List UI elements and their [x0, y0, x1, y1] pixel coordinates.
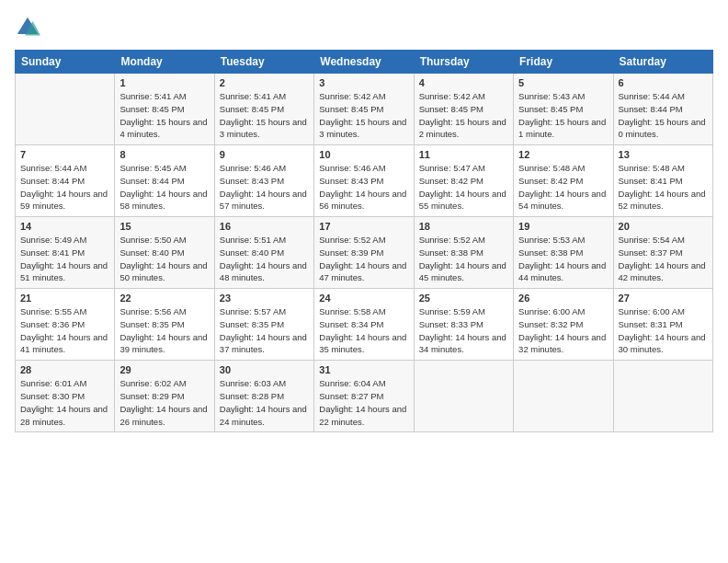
calendar-cell: 24Sunrise: 5:58 AMSunset: 8:34 PMDayligh… [314, 289, 414, 361]
column-header-wednesday: Wednesday [314, 51, 414, 74]
calendar-cell: 12Sunrise: 5:48 AMSunset: 8:42 PMDayligh… [514, 145, 613, 217]
day-info: Sunrise: 5:56 AMSunset: 8:35 PMDaylight:… [119, 305, 209, 356]
week-row-1: 1Sunrise: 5:41 AMSunset: 8:45 PMDaylight… [16, 74, 713, 145]
day-info: Sunrise: 5:57 AMSunset: 8:35 PMDaylight:… [220, 305, 309, 356]
day-info: Sunrise: 5:58 AMSunset: 8:34 PMDaylight:… [319, 305, 408, 356]
calendar-cell [16, 74, 115, 145]
day-number: 30 [220, 364, 309, 375]
column-header-monday: Monday [115, 51, 214, 74]
calendar-cell: 14Sunrise: 5:49 AMSunset: 8:41 PMDayligh… [16, 217, 115, 289]
calendar-cell: 15Sunrise: 5:50 AMSunset: 8:40 PMDayligh… [115, 217, 214, 289]
calendar-cell [514, 361, 613, 432]
calendar-cell: 30Sunrise: 6:03 AMSunset: 8:28 PMDayligh… [214, 361, 313, 432]
calendar-cell: 21Sunrise: 5:55 AMSunset: 8:36 PMDayligh… [16, 289, 115, 361]
day-info: Sunrise: 5:55 AMSunset: 8:36 PMDaylight:… [20, 305, 109, 356]
day-number: 14 [20, 221, 109, 232]
day-number: 26 [518, 293, 608, 304]
day-info: Sunrise: 5:48 AMSunset: 8:41 PMDaylight:… [619, 162, 708, 213]
day-number: 13 [619, 149, 708, 160]
day-info: Sunrise: 5:44 AMSunset: 8:44 PMDaylight:… [619, 90, 708, 141]
day-number: 10 [319, 149, 408, 160]
day-number: 31 [319, 364, 408, 375]
day-number: 17 [319, 221, 408, 232]
day-number: 7 [20, 149, 109, 160]
calendar-cell: 29Sunrise: 6:02 AMSunset: 8:29 PMDayligh… [115, 361, 214, 432]
day-number: 15 [119, 221, 209, 232]
calendar-cell: 27Sunrise: 6:00 AMSunset: 8:31 PMDayligh… [613, 289, 712, 361]
calendar-cell: 18Sunrise: 5:52 AMSunset: 8:38 PMDayligh… [414, 217, 513, 289]
week-row-3: 14Sunrise: 5:49 AMSunset: 8:41 PMDayligh… [16, 217, 713, 289]
day-number: 22 [119, 293, 209, 304]
day-info: Sunrise: 5:49 AMSunset: 8:41 PMDaylight:… [20, 234, 109, 284]
day-info: Sunrise: 5:46 AMSunset: 8:43 PMDaylight:… [220, 162, 309, 213]
calendar-cell: 23Sunrise: 5:57 AMSunset: 8:35 PMDayligh… [214, 289, 313, 361]
calendar-cell: 10Sunrise: 5:46 AMSunset: 8:43 PMDayligh… [314, 145, 414, 217]
day-number: 24 [319, 293, 408, 304]
day-number: 4 [419, 77, 508, 88]
column-header-saturday: Saturday [613, 51, 712, 74]
day-info: Sunrise: 5:52 AMSunset: 8:38 PMDaylight:… [419, 234, 508, 284]
day-info: Sunrise: 5:59 AMSunset: 8:33 PMDaylight:… [419, 305, 508, 356]
day-info: Sunrise: 6:00 AMSunset: 8:31 PMDaylight:… [619, 305, 708, 356]
day-info: Sunrise: 5:48 AMSunset: 8:42 PMDaylight:… [518, 162, 608, 213]
column-header-thursday: Thursday [414, 51, 513, 74]
day-number: 1 [119, 77, 209, 88]
calendar-cell: 25Sunrise: 5:59 AMSunset: 8:33 PMDayligh… [414, 289, 513, 361]
day-info: Sunrise: 5:53 AMSunset: 8:38 PMDaylight:… [518, 234, 608, 284]
day-info: Sunrise: 5:54 AMSunset: 8:37 PMDaylight:… [619, 234, 708, 284]
day-number: 12 [518, 149, 608, 160]
calendar-cell: 16Sunrise: 5:51 AMSunset: 8:40 PMDayligh… [214, 217, 313, 289]
day-number: 23 [220, 293, 309, 304]
calendar-cell: 5Sunrise: 5:43 AMSunset: 8:45 PMDaylight… [514, 74, 613, 145]
calendar-cell: 26Sunrise: 6:00 AMSunset: 8:32 PMDayligh… [514, 289, 613, 361]
day-info: Sunrise: 5:41 AMSunset: 8:45 PMDaylight:… [220, 90, 309, 141]
week-row-2: 7Sunrise: 5:44 AMSunset: 8:44 PMDaylight… [16, 145, 713, 217]
header [15, 15, 713, 40]
column-header-friday: Friday [514, 51, 613, 74]
header-row: SundayMondayTuesdayWednesdayThursdayFrid… [16, 51, 713, 74]
week-row-4: 21Sunrise: 5:55 AMSunset: 8:36 PMDayligh… [16, 289, 713, 361]
day-number: 3 [319, 77, 408, 88]
day-number: 18 [419, 221, 508, 232]
day-number: 28 [20, 364, 109, 375]
day-info: Sunrise: 5:50 AMSunset: 8:40 PMDaylight:… [119, 234, 209, 284]
day-number: 21 [20, 293, 109, 304]
day-number: 8 [119, 149, 209, 160]
calendar-cell: 31Sunrise: 6:04 AMSunset: 8:27 PMDayligh… [314, 361, 414, 432]
day-number: 27 [619, 293, 708, 304]
day-number: 16 [220, 221, 309, 232]
day-number: 25 [419, 293, 508, 304]
day-info: Sunrise: 6:02 AMSunset: 8:29 PMDaylight:… [119, 377, 209, 428]
calendar-cell: 2Sunrise: 5:41 AMSunset: 8:45 PMDaylight… [214, 74, 313, 145]
day-number: 2 [220, 77, 309, 88]
calendar-cell: 13Sunrise: 5:48 AMSunset: 8:41 PMDayligh… [613, 145, 712, 217]
calendar-cell: 4Sunrise: 5:42 AMSunset: 8:45 PMDaylight… [414, 74, 513, 145]
calendar-cell: 8Sunrise: 5:45 AMSunset: 8:44 PMDaylight… [115, 145, 214, 217]
calendar-table: SundayMondayTuesdayWednesdayThursdayFrid… [15, 50, 713, 432]
calendar-cell: 22Sunrise: 5:56 AMSunset: 8:35 PMDayligh… [115, 289, 214, 361]
column-header-tuesday: Tuesday [214, 51, 313, 74]
calendar-cell: 17Sunrise: 5:52 AMSunset: 8:39 PMDayligh… [314, 217, 414, 289]
day-info: Sunrise: 5:43 AMSunset: 8:45 PMDaylight:… [518, 90, 608, 141]
day-info: Sunrise: 5:52 AMSunset: 8:39 PMDaylight:… [319, 234, 408, 284]
day-info: Sunrise: 6:00 AMSunset: 8:32 PMDaylight:… [518, 305, 608, 356]
calendar-cell: 19Sunrise: 5:53 AMSunset: 8:38 PMDayligh… [514, 217, 613, 289]
day-info: Sunrise: 5:47 AMSunset: 8:42 PMDaylight:… [419, 162, 508, 213]
page: SundayMondayTuesdayWednesdayThursdayFrid… [0, 0, 728, 563]
calendar-cell: 11Sunrise: 5:47 AMSunset: 8:42 PMDayligh… [414, 145, 513, 217]
day-number: 29 [119, 364, 209, 375]
day-info: Sunrise: 5:46 AMSunset: 8:43 PMDaylight:… [319, 162, 408, 213]
logo-icon [15, 15, 40, 40]
day-info: Sunrise: 5:44 AMSunset: 8:44 PMDaylight:… [20, 162, 109, 213]
day-number: 6 [619, 77, 708, 88]
calendar-cell: 3Sunrise: 5:42 AMSunset: 8:45 PMDaylight… [314, 74, 414, 145]
logo [15, 15, 44, 40]
day-number: 9 [220, 149, 309, 160]
day-info: Sunrise: 5:41 AMSunset: 8:45 PMDaylight:… [119, 90, 209, 141]
day-info: Sunrise: 6:01 AMSunset: 8:30 PMDaylight:… [20, 377, 109, 428]
calendar-cell: 6Sunrise: 5:44 AMSunset: 8:44 PMDaylight… [613, 74, 712, 145]
calendar-cell: 1Sunrise: 5:41 AMSunset: 8:45 PMDaylight… [115, 74, 214, 145]
calendar-cell [613, 361, 712, 432]
calendar-cell: 7Sunrise: 5:44 AMSunset: 8:44 PMDaylight… [16, 145, 115, 217]
day-info: Sunrise: 5:51 AMSunset: 8:40 PMDaylight:… [220, 234, 309, 284]
